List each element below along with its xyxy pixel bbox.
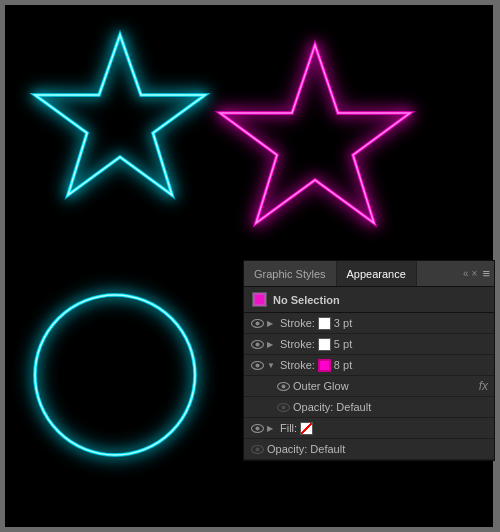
eye-icon-4 — [277, 382, 290, 391]
svg-point-9 — [281, 405, 285, 409]
stroke-row-2: ▶ Stroke: 5 pt — [244, 334, 494, 355]
opacity-value-1: Default — [336, 401, 371, 413]
opacity-row-2: Opacity: Default — [244, 439, 494, 460]
stroke-swatch-2[interactable] — [318, 338, 331, 351]
panel-tabs-bar: Graphic Styles Appearance « × ≡ — [244, 261, 494, 287]
panel-double-arrow-icon[interactable]: « — [463, 268, 469, 279]
outer-glow-row: Outer Glow fx — [244, 376, 494, 397]
eye-toggle-5[interactable] — [276, 400, 290, 414]
eye-toggle-6[interactable] — [250, 421, 264, 435]
expand-arrow-3[interactable]: ▼ — [267, 361, 277, 370]
outer-glow-label: Outer Glow — [293, 380, 476, 392]
svg-point-13 — [255, 447, 259, 451]
magenta-star-core — [220, 45, 410, 223]
stroke-row-3: ▼ Stroke: 8 pt — [244, 355, 494, 376]
eye-icon-1 — [251, 319, 264, 328]
eye-icon-3 — [251, 361, 264, 370]
opacity-row-1: Opacity: Default — [244, 397, 494, 418]
eye-icon-6 — [251, 424, 264, 433]
eye-icon-5 — [277, 403, 290, 412]
eye-toggle-2[interactable] — [250, 337, 264, 351]
no-selection-label: No Selection — [273, 294, 340, 306]
stroke-label-2: Stroke: — [280, 338, 315, 350]
stroke-row-1: ▶ Stroke: 3 pt — [244, 313, 494, 334]
stroke-value-3: 8 pt — [334, 359, 352, 371]
panel-menu-icon[interactable]: ≡ — [482, 266, 490, 281]
eye-toggle-3[interactable] — [250, 358, 264, 372]
fill-label: Fill: — [280, 422, 297, 434]
stroke-label-1: Stroke: — [280, 317, 315, 329]
svg-point-5 — [255, 363, 259, 367]
panel-header-row: No Selection — [244, 287, 494, 313]
tab-graphic-styles[interactable]: Graphic Styles — [244, 261, 337, 286]
eye-toggle-1[interactable] — [250, 316, 264, 330]
eye-icon-7 — [251, 445, 264, 454]
cyan-circle-mid — [35, 295, 195, 455]
expand-arrow-2[interactable]: ▶ — [267, 340, 277, 349]
stroke-value-2: 5 pt — [334, 338, 352, 350]
expand-arrow-1[interactable]: ▶ — [267, 319, 277, 328]
header-swatch — [252, 292, 267, 307]
opacity-label-1: Opacity: — [293, 401, 333, 413]
svg-point-7 — [281, 384, 285, 388]
svg-point-1 — [255, 321, 259, 325]
stroke-label-3: Stroke: — [280, 359, 315, 371]
fill-row: ▶ Fill: — [244, 418, 494, 439]
expand-arrow-fill[interactable]: ▶ — [267, 424, 277, 433]
appearance-panel: Graphic Styles Appearance « × ≡ No Selec… — [243, 260, 495, 461]
eye-icon-2 — [251, 340, 264, 349]
opacity-value-2: Default — [310, 443, 345, 455]
opacity-label-2: Opacity: — [267, 443, 307, 455]
eye-toggle-7[interactable] — [250, 442, 264, 456]
stroke-value-1: 3 pt — [334, 317, 352, 329]
eye-toggle-4[interactable] — [276, 379, 290, 393]
stroke-swatch-1[interactable] — [318, 317, 331, 330]
panel-close-icon[interactable]: × — [472, 268, 478, 279]
cyan-star-mid — [35, 35, 205, 195]
stroke-swatch-3[interactable] — [318, 359, 331, 372]
fx-badge: fx — [479, 379, 488, 393]
svg-point-11 — [255, 426, 259, 430]
tab-appearance[interactable]: Appearance — [337, 261, 417, 286]
svg-point-3 — [255, 342, 259, 346]
fill-swatch[interactable] — [300, 422, 313, 435]
